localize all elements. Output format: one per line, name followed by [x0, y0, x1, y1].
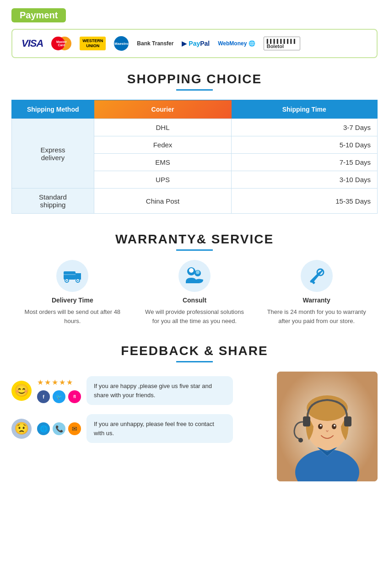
shopping-title: SHOPPING CHOICE: [11, 72, 378, 86]
visa-logo: VISA: [22, 38, 43, 49]
customer-service-illustration: [277, 372, 378, 481]
delivery-desc: Most orders will be send out after 48 ho…: [21, 307, 124, 325]
warranty-icon-circle: [301, 260, 333, 292]
courier-dhl: DHL: [94, 119, 232, 136]
warranty-underline: [176, 249, 213, 251]
consult-title: Consult: [183, 297, 206, 304]
svg-rect-26: [344, 416, 351, 426]
th-shipping-method: Shipping Method: [12, 100, 94, 119]
wrench-icon: [307, 266, 327, 286]
time-ems: 7-15 Days: [232, 154, 378, 171]
feedback-content: 😊 ★ ★ ★ ★ ★ f 🐦 fl If you are ha: [11, 372, 378, 481]
th-shipping-time: Shipping Time: [232, 100, 378, 119]
feedback-left: 😊 ★ ★ ★ ★ ★ f 🐦 fl If you are ha: [11, 372, 277, 443]
shopping-section: SHOPPING CHOICE Shipping Method Courier …: [0, 63, 389, 218]
facebook-button[interactable]: f: [37, 390, 50, 403]
warranty-title-item: Warranty: [303, 297, 330, 304]
payment-label: Payment: [11, 8, 66, 22]
unhappy-social-row[interactable]: 🌐 📞 ✉: [37, 422, 81, 435]
svg-point-10: [196, 270, 200, 274]
boleto-logo: ▌▌▌▌▌▌▌▌▌Boletol: [264, 37, 300, 50]
happy-message-bubble: If you are happy ,please give us five st…: [86, 376, 233, 405]
truck-icon: [63, 268, 82, 284]
happy-social-row[interactable]: f 🐦 fl: [37, 390, 81, 403]
star-5: ★: [66, 378, 73, 387]
svg-rect-0: [64, 271, 76, 280]
svg-point-21: [318, 424, 323, 429]
time-chinapost: 15-35 Days: [232, 189, 378, 214]
shopping-underline: [176, 89, 213, 91]
svg-point-3: [66, 280, 68, 281]
time-fedex: 5-10 Days: [232, 136, 378, 154]
flickr-button[interactable]: fl: [68, 390, 81, 403]
courier-chinapost: China Post: [94, 189, 232, 214]
svg-rect-6: [64, 274, 76, 275]
feedback-title: FEEDBACK & SHARE: [11, 344, 378, 358]
svg-point-27: [298, 438, 303, 442]
warranty-title: WARRANTY& SERVICE: [11, 232, 378, 247]
star-4: ★: [59, 378, 65, 387]
unhappy-message-bubble: If you are unhappy, please feel free to …: [86, 414, 233, 443]
warranty-icons-row: Delivery Time Most orders will be send o…: [11, 260, 378, 325]
table-row: Standardshipping China Post 15-35 Days: [12, 189, 378, 214]
warranty-item-delivery: Delivery Time Most orders will be send o…: [11, 260, 134, 325]
svg-point-5: [77, 280, 79, 281]
feedback-section: FEEDBACK & SHARE 😊 ★ ★ ★ ★ ★ f 🐦: [0, 334, 389, 491]
consult-icon-circle: [178, 260, 211, 292]
consult-desc: We will provide professional solutions f…: [143, 307, 247, 325]
happy-social-icons: ★ ★ ★ ★ ★ f 🐦 fl: [37, 378, 81, 403]
webmoney-logo: WebMoney 🌐: [218, 40, 255, 47]
svg-point-22: [332, 424, 336, 429]
bank-transfer-logo: Bank Transfer: [137, 40, 173, 47]
courier-fedex: Fedex: [94, 136, 232, 154]
star-3: ★: [52, 378, 58, 387]
table-row: Expressdelivery DHL 3-7 Days: [12, 119, 378, 136]
warranty-section: WARRANTY& SERVICE Delivery Time Most ord…: [0, 218, 389, 334]
earth-icon[interactable]: 🌐: [37, 422, 50, 435]
customer-service-photo: [277, 372, 378, 481]
time-dhl: 3-7 Days: [232, 119, 378, 136]
mail-icon[interactable]: ✉: [68, 422, 81, 435]
stars-row: ★ ★ ★ ★ ★: [37, 378, 81, 387]
happy-face-icon: 😊: [11, 381, 32, 401]
maestro-logo: Maestro: [114, 36, 129, 51]
twitter-button[interactable]: 🐦: [53, 390, 65, 403]
method-standard: Standardshipping: [12, 189, 94, 214]
paypal-logo: ▶ PayPal: [182, 40, 210, 47]
star-1: ★: [37, 378, 43, 387]
svg-rect-25: [303, 416, 310, 426]
phone-icon[interactable]: 📞: [53, 422, 65, 435]
time-ups: 3-10 Days: [232, 171, 378, 189]
svg-point-24: [334, 425, 335, 426]
warranty-item-consult: Consult We will provide professional sol…: [134, 260, 256, 325]
delivery-icon-circle: [56, 260, 88, 292]
courier-ems: EMS: [94, 154, 232, 171]
warranty-desc: There is 24 month for you to warranty af…: [265, 307, 368, 325]
shipping-table: Shipping Method Courier Shipping Time Ex…: [11, 100, 378, 214]
svg-point-8: [189, 268, 194, 273]
mastercard-logo: MasterCard: [51, 37, 71, 50]
consult-icon: [183, 266, 206, 286]
th-courier: Courier: [94, 100, 232, 119]
payment-methods-box: VISA MasterCard WESTERNUNION Maestro Ban…: [11, 29, 378, 58]
sad-face-icon: 😟: [11, 419, 32, 439]
method-express: Expressdelivery: [12, 119, 94, 189]
star-2: ★: [44, 378, 51, 387]
western-union-logo: WESTERNUNION: [80, 37, 106, 50]
feedback-happy-row: 😊 ★ ★ ★ ★ ★ f 🐦 fl If you are ha: [11, 376, 233, 405]
warranty-item-warranty: Warranty There is 24 month for you to wa…: [255, 260, 378, 325]
feedback-underline: [176, 361, 213, 362]
payment-section: Payment VISA MasterCard WESTERNUNION Mae…: [0, 0, 389, 63]
feedback-unhappy-row: 😟 🌐 📞 ✉ If you are unhappy, please feel …: [11, 414, 233, 443]
photo-placeholder: [277, 372, 378, 481]
courier-ups: UPS: [94, 171, 232, 189]
svg-point-23: [320, 425, 322, 426]
delivery-title: Delivery Time: [52, 297, 93, 304]
